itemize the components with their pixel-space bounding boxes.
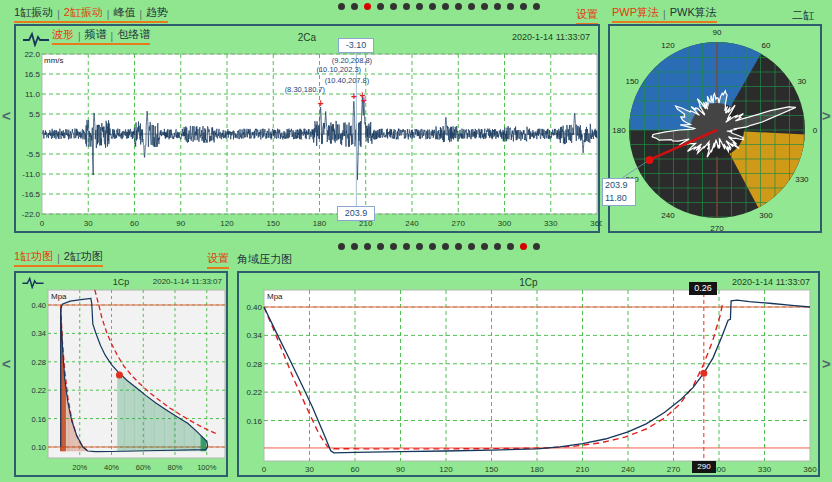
svg-text:30: 30 [797,77,806,86]
top-pager-dots[interactable] [338,3,540,10]
pager-dot-top-10[interactable] [455,3,462,10]
pager-dot-top-3[interactable] [364,3,371,10]
pager-dot-top-2[interactable] [351,3,358,10]
pv-tab-group[interactable]: 1缸功图|2缸功图 [14,250,103,267]
pager-dot-bottom-1[interactable] [338,243,345,250]
pager-dot-bottom-3[interactable] [364,243,371,250]
pv-panel: 20%40%60%80%100%0.400.340.280.220.160.10… [14,271,228,477]
pager-dot-bottom-8[interactable] [429,243,436,250]
settings-link-top[interactable]: 设置 [576,7,598,25]
tab-vibration-2[interactable]: 2缸振动 [64,5,103,20]
pressure-chart-timestamp: 2020-1-14 11:33:07 [732,277,810,287]
bottom-pager-dots[interactable] [338,243,540,250]
tab-wave-mode-1[interactable]: 波形 [52,27,74,42]
tab-vibration-4[interactable]: 趋势 [146,5,168,20]
pager-dot-bottom-12[interactable] [481,243,488,250]
svg-text:0.40: 0.40 [246,303,262,312]
waveform-tab-group[interactable]: 波形|频谱|包络谱 [52,28,150,45]
svg-text:0.16: 0.16 [246,417,262,426]
vibration-waveform-chart[interactable]: 030609012015018021024027030033036022.016… [16,26,602,235]
svg-text:330: 330 [544,219,558,228]
svg-text:0.34: 0.34 [31,329,46,338]
svg-text:150: 150 [625,77,639,86]
settings-link-bottom[interactable]: 设置 [207,251,229,269]
svg-text:30: 30 [84,219,93,228]
pager-dot-top-15[interactable] [520,3,527,10]
tab-vibration-3[interactable]: 峰值 [113,5,135,20]
wave-chart-timestamp: 2020-1-14 11:33:07 [512,32,590,42]
pager-dot-bottom-13[interactable] [494,243,501,250]
pager-dot-top-8[interactable] [429,3,436,10]
tab-separator: | [111,31,114,42]
pager-dot-top-5[interactable] [390,3,397,10]
svg-text:16.5: 16.5 [24,70,40,79]
prev-arrow-top[interactable]: < [2,108,11,123]
svg-text:-16.5: -16.5 [22,190,41,199]
pager-dot-top-7[interactable] [416,3,423,10]
svg-text:180: 180 [612,126,626,135]
pager-dot-top-11[interactable] [468,3,475,10]
app-window: 1缸振动|2缸振动|峰值|趋势 设置 PWP算法|PWK算法 二缸 < > < … [0,0,832,482]
svg-text:120: 120 [661,41,675,50]
svg-text:22.0: 22.0 [24,50,40,59]
tab-pv-2[interactable]: 2缸功图 [64,249,103,264]
tab-algorithm-2[interactable]: PWK算法 [670,5,717,20]
svg-text:0.22: 0.22 [246,388,262,397]
svg-text:+: + [351,91,357,102]
svg-text:5.5: 5.5 [29,110,41,119]
prev-arrow-bottom[interactable]: < [2,356,11,371]
pager-dot-top-6[interactable] [403,3,410,10]
svg-text:240: 240 [405,219,419,228]
svg-text:90: 90 [396,465,405,474]
svg-text:210: 210 [576,465,590,474]
pager-dot-bottom-7[interactable] [416,243,423,250]
pager-dot-bottom-4[interactable] [377,243,384,250]
pager-dot-top-14[interactable] [507,3,514,10]
pager-dot-bottom-6[interactable] [403,243,410,250]
svg-text:40%: 40% [104,463,119,472]
tab-wave-mode-2[interactable]: 频谱 [85,27,107,42]
pv-diagram-chart[interactable]: 20%40%60%80%100%0.400.340.280.220.160.10… [16,273,230,479]
pager-dot-top-4[interactable] [377,3,384,10]
svg-text:60: 60 [762,41,771,50]
pressure-cursor-value-tooltip: 0.26 [689,282,717,295]
tab-algorithm-1[interactable]: PWP算法 [612,5,659,20]
next-arrow-bottom[interactable]: > [822,356,831,371]
polar-rose-chart[interactable]: 0306090120150180210240270300330 [610,26,824,235]
svg-text:300: 300 [498,219,512,228]
svg-text:120: 120 [220,219,234,228]
vibration-tab-group[interactable]: 1缸振动|2缸振动|峰值|趋势 [14,6,168,23]
pager-dot-top-16[interactable] [533,3,540,10]
svg-text:0.28: 0.28 [31,358,46,367]
pager-dot-top-12[interactable] [481,3,488,10]
tab-vibration-1[interactable]: 1缸振动 [14,5,53,20]
tab-separator: | [107,9,110,20]
angle-pressure-chart[interactable]: 03060901201501802102402703003303600.400.… [239,273,822,479]
pager-dot-bottom-5[interactable] [390,243,397,250]
pager-dot-top-13[interactable] [494,3,501,10]
svg-text:(9.20,208.8): (9.20,208.8) [332,56,373,65]
svg-text:Mpa: Mpa [51,292,67,301]
tab-separator: | [57,9,60,20]
polar-tooltip-value: 11.80 [605,192,635,205]
svg-text:150: 150 [267,219,281,228]
pager-dot-bottom-11[interactable] [468,243,475,250]
pager-dot-bottom-10[interactable] [455,243,462,250]
pager-dot-top-9[interactable] [442,3,449,10]
pager-dot-bottom-16[interactable] [533,243,540,250]
pager-dot-top-1[interactable] [338,3,345,10]
tab-wave-mode-3[interactable]: 包络谱 [117,27,150,42]
pager-dot-bottom-2[interactable] [351,243,358,250]
svg-text:0.40: 0.40 [31,301,46,310]
pager-dot-bottom-14[interactable] [507,243,514,250]
algorithm-tab-group[interactable]: PWP算法|PWK算法 [612,6,717,23]
tab-pv-1[interactable]: 1缸功图 [14,249,53,264]
svg-text:0: 0 [262,465,267,474]
svg-text:0.16: 0.16 [31,415,46,424]
pager-dot-bottom-15[interactable] [520,243,527,250]
polar-tooltip-angle: 203.9 [605,179,635,192]
svg-text:270: 270 [710,224,724,233]
polar-panel: 0306090120150180210240270300330 203.9 11… [608,24,822,233]
pager-dot-bottom-9[interactable] [442,243,449,250]
svg-text:(10.10,202.3): (10.10,202.3) [316,65,361,74]
